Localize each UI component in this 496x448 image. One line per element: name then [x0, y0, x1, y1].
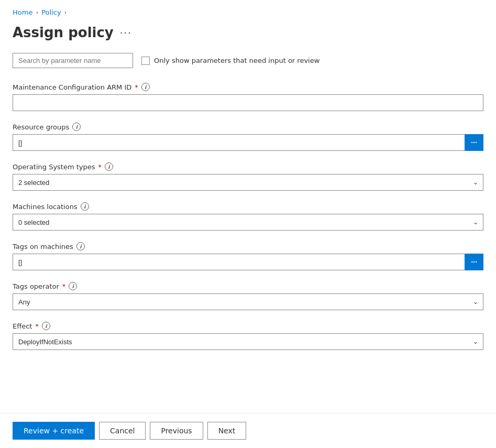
breadcrumb-policy[interactable]: Policy: [41, 8, 61, 16]
os-types-info-icon[interactable]: i: [105, 162, 113, 171]
tags-on-machines-browse-button[interactable]: ···: [465, 254, 483, 270]
machines-locations-label-text: Machines locations: [13, 203, 78, 211]
show-params-label: Only show parameters that need input or …: [154, 57, 319, 64]
show-params-checkbox[interactable]: [141, 57, 150, 65]
resource-groups-input-row: ···: [13, 134, 483, 151]
effect-section: Effect * i DeployIfNotExists Disabled ⌄: [13, 322, 483, 350]
resource-groups-info-icon[interactable]: i: [72, 123, 81, 131]
effect-dropdown-wrapper: DeployIfNotExists Disabled ⌄: [13, 333, 483, 350]
os-types-label: Operating System types * i: [13, 162, 483, 171]
tags-on-machines-label-text: Tags on machines: [13, 243, 73, 250]
os-types-label-text: Operating System types: [13, 163, 95, 171]
os-types-required: *: [98, 163, 102, 171]
tags-on-machines-label: Tags on machines i: [13, 242, 483, 250]
machines-locations-dropdown-wrapper: 0 selected ⌄: [13, 214, 483, 231]
tags-on-machines-input[interactable]: [13, 254, 465, 270]
os-types-dropdown-wrapper: 2 selected ⌄: [13, 174, 483, 191]
tags-operator-label-text: Tags operator: [13, 282, 59, 290]
machines-locations-label: Machines locations i: [13, 202, 483, 211]
os-types-section: Operating System types * i 2 selected ⌄: [13, 162, 483, 191]
effect-label-text: Effect: [13, 322, 32, 330]
os-types-select[interactable]: 2 selected: [13, 174, 483, 191]
tags-on-machines-browse-icon: ···: [471, 258, 477, 266]
maintenance-config-label-text: Maintenance Configuration ARM ID: [13, 83, 131, 91]
maintenance-config-info-icon[interactable]: i: [141, 83, 150, 91]
search-input-wrapper: [13, 53, 133, 68]
tags-on-machines-input-row: ···: [13, 254, 483, 270]
resource-groups-input[interactable]: [13, 134, 465, 151]
resource-groups-label-text: Resource groups: [13, 123, 69, 131]
tags-operator-select[interactable]: Any All: [13, 293, 483, 310]
machines-locations-section: Machines locations i 0 selected ⌄: [13, 202, 483, 231]
effect-info-icon[interactable]: i: [42, 322, 50, 330]
tags-operator-required: *: [62, 282, 66, 290]
footer-bar: Review + create Cancel Previous Next: [0, 413, 496, 448]
tags-operator-section: Tags operator * i Any All ⌄: [13, 282, 483, 310]
effect-select[interactable]: DeployIfNotExists Disabled: [13, 333, 483, 350]
checkbox-filter-row: Only show parameters that need input or …: [141, 57, 319, 65]
page-title: Assign policy: [13, 25, 114, 40]
search-input[interactable]: [13, 53, 133, 68]
search-filter-row: Only show parameters that need input or …: [13, 53, 483, 68]
tags-on-machines-info-icon[interactable]: i: [76, 242, 85, 250]
machines-locations-select[interactable]: 0 selected: [13, 214, 483, 231]
tags-operator-info-icon[interactable]: i: [69, 282, 77, 290]
breadcrumb-home[interactable]: Home: [13, 8, 32, 16]
breadcrumb-separator-2: ›: [64, 9, 67, 16]
review-create-button[interactable]: Review + create: [13, 422, 95, 440]
cancel-button[interactable]: Cancel: [99, 422, 146, 440]
page-header: Assign policy ···: [13, 20, 483, 53]
machines-locations-info-icon[interactable]: i: [81, 202, 89, 211]
resource-groups-section: Resource groups i ···: [13, 123, 483, 151]
resource-groups-browse-icon: ···: [471, 138, 477, 147]
breadcrumb: Home › Policy ›: [13, 0, 483, 20]
tags-operator-label: Tags operator * i: [13, 282, 483, 290]
resource-groups-browse-button[interactable]: ···: [465, 134, 483, 151]
tags-operator-dropdown-wrapper: Any All ⌄: [13, 293, 483, 310]
maintenance-config-input[interactable]: [13, 94, 483, 111]
previous-button[interactable]: Previous: [150, 422, 203, 440]
maintenance-config-section: Maintenance Configuration ARM ID * i: [13, 83, 483, 111]
effect-label: Effect * i: [13, 322, 483, 330]
next-button[interactable]: Next: [207, 422, 247, 440]
breadcrumb-separator-1: ›: [36, 9, 38, 16]
maintenance-config-label: Maintenance Configuration ARM ID * i: [13, 83, 483, 91]
more-options-icon[interactable]: ···: [120, 27, 132, 38]
tags-on-machines-section: Tags on machines i ···: [13, 242, 483, 270]
effect-required: *: [35, 322, 39, 330]
resource-groups-label: Resource groups i: [13, 123, 483, 131]
maintenance-config-required: *: [135, 83, 138, 91]
